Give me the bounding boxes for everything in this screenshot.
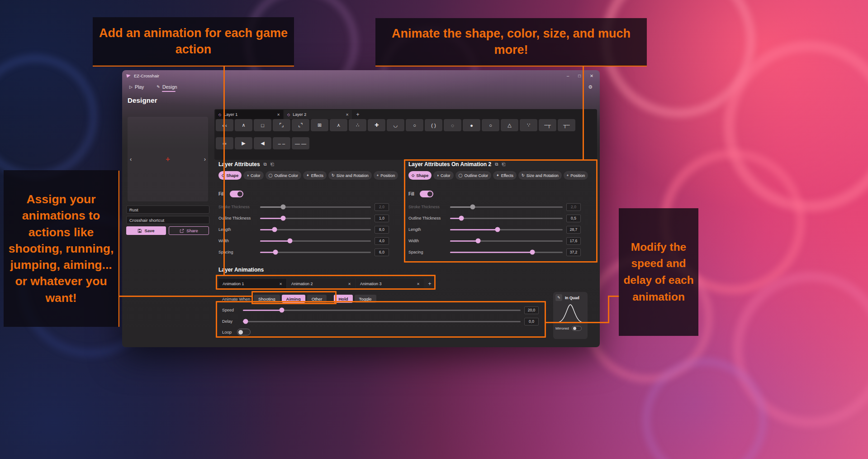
tool-corners-small-button[interactable]: ⌜⌟ bbox=[273, 119, 290, 131]
tool-triangle-button[interactable]: △ bbox=[501, 119, 518, 131]
app-logo-icon bbox=[126, 73, 131, 78]
slider-thumb[interactable] bbox=[273, 250, 278, 255]
slider-track[interactable] bbox=[260, 240, 371, 242]
nav-design-label: Design bbox=[162, 84, 177, 90]
tool-glyph-icon: ○ bbox=[489, 123, 492, 128]
slider-thumb[interactable] bbox=[281, 205, 286, 210]
tool-glyph-icon: ● bbox=[470, 123, 473, 128]
slider-track[interactable] bbox=[260, 252, 371, 253]
tool-dot-triangle-button[interactable]: ∵ bbox=[520, 119, 537, 131]
slider-value[interactable]: 8,0 bbox=[375, 226, 389, 234]
tool-glyph-icon: ⌜⌟ bbox=[279, 122, 284, 128]
tool-glyph-icon: ⊞ bbox=[318, 122, 322, 128]
callout-modify-speed: Modify the speed and delay of each anima… bbox=[619, 208, 698, 336]
mode-label: Hold bbox=[338, 296, 348, 301]
slider-value[interactable]: 2,0 bbox=[375, 203, 389, 211]
tab-position[interactable]: ⌖ Position bbox=[374, 171, 398, 180]
mirrored-toggle[interactable] bbox=[572, 326, 582, 331]
add-layer-button[interactable]: + bbox=[353, 110, 363, 119]
slider-value[interactable]: 1,0 bbox=[375, 215, 389, 222]
slider-thumb[interactable] bbox=[281, 216, 286, 221]
share-icon bbox=[180, 229, 184, 233]
crosshair-shortcut-input[interactable] bbox=[126, 216, 209, 224]
next-arrow-button[interactable]: › bbox=[204, 156, 206, 163]
slider-track[interactable] bbox=[260, 206, 371, 208]
layer-diamond-icon: ◇ bbox=[218, 113, 221, 117]
close-tab-icon[interactable]: ✕ bbox=[346, 113, 349, 117]
nav-design[interactable]: ✎ Design bbox=[157, 84, 177, 90]
tool-circle-brackets-button[interactable]: ( ) bbox=[425, 119, 442, 131]
tool-chevron-up-button[interactable]: ∧ bbox=[235, 119, 252, 131]
tab-label: Size and Rotation bbox=[337, 173, 369, 178]
crosshair-preview-panel: ‹ + › bbox=[128, 117, 208, 201]
tab-layer-1[interactable]: ◇ Layer 1 ✕ bbox=[215, 110, 283, 119]
slider-thumb[interactable] bbox=[272, 227, 277, 232]
toggle-knob bbox=[237, 191, 242, 196]
tool-wide-dashes-button[interactable]: — — bbox=[292, 137, 309, 149]
tab-layer-2[interactable]: ◇ Layer 2 ✕ bbox=[284, 110, 352, 119]
prev-arrow-button[interactable]: ‹ bbox=[130, 156, 132, 163]
callout-animate-properties: Animate the shape, color, size, and much… bbox=[375, 18, 647, 66]
save-button[interactable]: Save bbox=[126, 226, 166, 235]
close-tab-icon[interactable]: ✕ bbox=[277, 113, 280, 117]
length-slider: Length 8,0 bbox=[218, 226, 389, 233]
page-title: Designer bbox=[128, 96, 157, 104]
tool-dot-button[interactable]: ● bbox=[463, 119, 480, 131]
share-button[interactable]: Share bbox=[169, 226, 209, 235]
tab-icon: ✦ bbox=[306, 173, 309, 177]
tool-square-button[interactable]: □ bbox=[254, 119, 271, 131]
tool-cross-button[interactable]: ✚ bbox=[368, 119, 385, 131]
nav-play[interactable]: ▷ Play bbox=[129, 84, 144, 90]
tool-glyph-icon: ( ) bbox=[431, 123, 436, 128]
slider-track[interactable] bbox=[260, 218, 371, 219]
tool-dot-cross-button[interactable]: ∴ bbox=[349, 119, 366, 131]
tool-small-circle-button[interactable]: ○ bbox=[482, 119, 499, 131]
tab-shape[interactable]: ◇ Shape bbox=[218, 171, 242, 180]
tab-label: Position bbox=[380, 173, 395, 178]
tool-dashes-button[interactable]: – – bbox=[273, 137, 290, 149]
settings-gear-icon[interactable]: ⚙ bbox=[588, 84, 593, 90]
copy-attributes-icon[interactable]: ⧉ bbox=[264, 162, 267, 167]
slider-thumb[interactable] bbox=[288, 239, 293, 244]
slider-fill bbox=[260, 240, 290, 242]
close-button[interactable]: ✕ bbox=[590, 73, 593, 78]
tab-label: Shape bbox=[226, 173, 238, 178]
tab-size-rotation[interactable]: ↻ Size and Rotation bbox=[328, 171, 372, 180]
tool-tshape-2-button[interactable]: ┬╌ bbox=[558, 119, 575, 131]
decor-ring bbox=[724, 41, 868, 212]
tool-glyph-icon: ┬╌ bbox=[563, 122, 569, 128]
titlebar: EZ-Crosshair – □ ✕ bbox=[122, 70, 600, 81]
decor-ring bbox=[733, 272, 868, 427]
tool-bracket-cross-button[interactable]: ⊞ bbox=[311, 119, 328, 131]
paste-attributes-icon[interactable]: ⎗ bbox=[270, 162, 274, 167]
tool-circle-button[interactable]: ○ bbox=[406, 119, 423, 131]
window-title: EZ-Crosshair bbox=[134, 73, 159, 78]
tab-effects[interactable]: ✦ Effects bbox=[303, 171, 327, 180]
design-icon: ✎ bbox=[157, 85, 160, 89]
mirrored-label: Mirrored bbox=[555, 326, 569, 330]
maximize-button[interactable]: □ bbox=[578, 73, 581, 78]
tool-dashed-circle-button[interactable]: ◌ bbox=[444, 119, 461, 131]
slider-track[interactable] bbox=[260, 229, 371, 230]
slider-value[interactable]: 6,0 bbox=[375, 249, 389, 256]
save-icon bbox=[138, 229, 142, 233]
tool-corners-button[interactable]: ⌞⌝ bbox=[292, 119, 309, 131]
tab-outline-color[interactable]: ◯ Outline Color bbox=[266, 171, 301, 180]
tab-label: Color bbox=[251, 173, 261, 178]
tool-glyph-icon: ∧ bbox=[242, 122, 245, 128]
tool-glyph-icon: ○ bbox=[413, 123, 416, 128]
tool-play-shape-button[interactable]: ▶ bbox=[235, 137, 252, 149]
tool-arc-button[interactable]: ◡ bbox=[387, 119, 404, 131]
fill-toggle[interactable] bbox=[230, 191, 243, 197]
tool-glyph-icon: □ bbox=[261, 123, 264, 128]
tab-icon: ◯ bbox=[269, 173, 273, 177]
tab-color[interactable]: ◑ Color bbox=[243, 171, 263, 180]
tool-branch-button[interactable]: ⋏ bbox=[330, 119, 347, 131]
slider-value[interactable]: 4,0 bbox=[375, 237, 389, 245]
game-name-input[interactable] bbox=[126, 206, 209, 214]
tool-tshape-button[interactable]: ╌┬ bbox=[539, 119, 556, 131]
minimize-button[interactable]: – bbox=[567, 73, 569, 78]
spacing-slider: Spacing 6,0 bbox=[218, 249, 389, 255]
tool-left-triangle-button[interactable]: ◀ bbox=[254, 137, 271, 149]
edit-easing-button[interactable]: ✎ bbox=[555, 294, 562, 301]
